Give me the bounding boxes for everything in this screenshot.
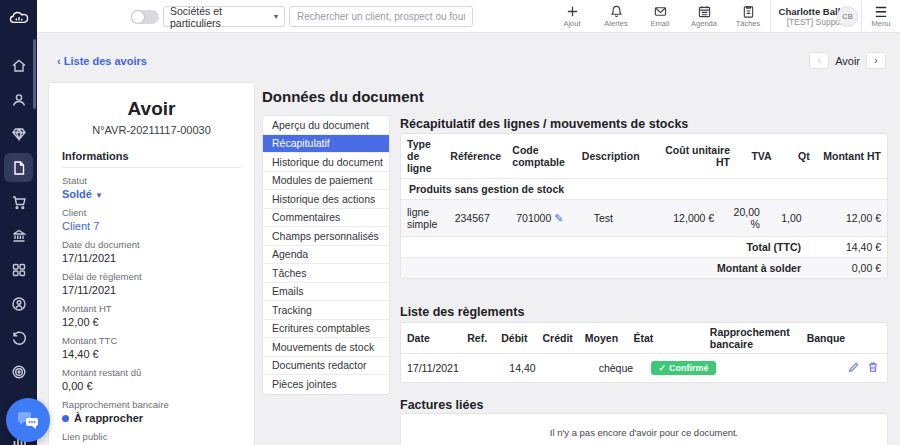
- cell-credit: [548, 365, 593, 371]
- topbar: Sociétés et particuliers ▾ Ajout Alertes…: [0, 0, 900, 33]
- field-value: 14,40 €: [62, 348, 241, 360]
- solde-value: 0,00 €: [807, 258, 887, 278]
- cell-amount: 12,00 €: [808, 208, 887, 228]
- chevron-down-icon: ▾: [274, 12, 278, 21]
- col-cout-unitaire: Coût unitaire HT: [646, 140, 736, 172]
- status-value: Soldé: [62, 188, 92, 200]
- hamburger-icon: ☰: [875, 6, 888, 18]
- sidebar-item-support[interactable]: [4, 289, 33, 318]
- toggle-knob: [132, 11, 144, 23]
- sidebar-item-contacts[interactable]: [4, 85, 33, 114]
- sidebar-item-deals[interactable]: [4, 119, 33, 148]
- pencil-icon: [848, 361, 860, 373]
- field-label: Client: [62, 207, 241, 218]
- sidebar-item-purchases[interactable]: [4, 187, 33, 216]
- field-montant-ttc: Montant TTC 14,40 €: [62, 335, 241, 360]
- nav-item-historique-document[interactable]: Historique du document: [263, 153, 389, 172]
- row-actions: [848, 361, 887, 375]
- cell-banque: [836, 365, 848, 371]
- recap-solde-row: Montant à solder 0,00 €: [401, 258, 887, 278]
- col-banque: Banque: [801, 329, 852, 347]
- reglements-table: Date Ref. Débit Crédit Moyen État Rappro…: [400, 322, 888, 383]
- agenda-button[interactable]: Agenda: [682, 0, 726, 33]
- nav-item-agenda[interactable]: Agenda: [263, 246, 389, 265]
- page-title: Données du document: [262, 88, 424, 105]
- chat-widget-button[interactable]: [6, 398, 50, 442]
- col-reference: Référence: [444, 146, 506, 166]
- search-scope-dropdown[interactable]: Sociétés et particuliers ▾: [163, 6, 285, 27]
- sidebar-item-target[interactable]: [4, 357, 33, 386]
- cell-tva: 20,00 %: [720, 202, 766, 234]
- nav-item-redactor[interactable]: Documents redactor: [263, 357, 389, 376]
- status-badge: ✓ Confirmé: [651, 361, 715, 375]
- home-icon: [11, 58, 27, 74]
- nav-item-mouvements[interactable]: Mouvements de stock: [263, 338, 389, 357]
- cell-etat: ✓ Confirmé: [645, 358, 729, 378]
- field-delai-reglement: Délai de règlement 17/11/2021: [62, 271, 241, 296]
- pager-next-button[interactable]: ›: [866, 52, 886, 69]
- edit-reglement-icon[interactable]: [848, 361, 860, 375]
- field-value: 17/11/2021: [62, 252, 241, 264]
- calendar-icon: [698, 5, 711, 18]
- nav-item-historique-actions[interactable]: Historique des actions: [263, 190, 389, 209]
- document-info-card: Avoir N°AVR-20211117-00030 Informations …: [48, 82, 255, 445]
- sidebar-item-documents[interactable]: [4, 153, 33, 182]
- target-icon: [11, 364, 27, 380]
- add-button[interactable]: Ajout: [550, 0, 594, 33]
- tasks-button[interactable]: Tâches: [726, 0, 770, 33]
- apps-grid-icon: [11, 262, 27, 278]
- avatar-initials: CB: [842, 12, 852, 21]
- nav-item-apercu[interactable]: Aperçu du document: [263, 116, 389, 135]
- bank-icon: [11, 228, 27, 244]
- app-logo[interactable]: [0, 0, 37, 33]
- breadcrumb-back-link[interactable]: ‹ Liste des avoirs: [57, 55, 147, 67]
- nav-item-pieces-jointes[interactable]: Pièces jointes: [263, 375, 389, 394]
- envelope-icon: [654, 5, 667, 18]
- field-value: 12,00 €: [62, 316, 241, 328]
- sidebar-scrollbar[interactable]: [33, 39, 36, 109]
- recap-group-row: Produits sans gestion de stock: [401, 179, 887, 200]
- recap-header-row: Type de ligne Référence Code comptable D…: [401, 134, 887, 179]
- main-menu-button[interactable]: ☰ Menu: [862, 0, 900, 33]
- cloud-stats-icon: [8, 8, 30, 26]
- nav-item-modules-paiement[interactable]: Modules de paiement: [263, 172, 389, 191]
- rapprochement-status: À rapprocher: [74, 412, 143, 424]
- sidebar-item-apps[interactable]: [4, 255, 33, 284]
- sidebar-item-history[interactable]: [4, 323, 33, 352]
- field-date-document: Date du document 17/11/2021: [62, 239, 241, 264]
- person-icon: [11, 92, 27, 108]
- sidebar-item-home[interactable]: [4, 51, 33, 80]
- header-toggle[interactable]: [131, 10, 159, 24]
- trash-icon: [867, 361, 879, 373]
- status-dropdown[interactable]: Soldé ▼: [62, 188, 241, 200]
- edit-code-icon[interactable]: ✎: [554, 212, 563, 225]
- col-type-de-ligne: Type de ligne: [401, 134, 444, 178]
- cell-unit-price: 12,000 €: [619, 208, 720, 228]
- search-input[interactable]: [289, 6, 473, 27]
- action-label: Alertes: [604, 19, 627, 28]
- chevron-left-icon: ‹: [817, 55, 820, 66]
- nav-item-recapitulatif[interactable]: Récapitulatif: [263, 135, 389, 154]
- nav-item-commentaires[interactable]: Commentaires: [263, 209, 389, 228]
- total-label: Total (TTC): [740, 237, 807, 257]
- document-pager: ‹ Avoir ›: [809, 52, 886, 69]
- recap-section-title: Récapitulatif des lignes / mouvements de…: [400, 117, 688, 131]
- factures-section-title: Factures liées: [400, 398, 483, 412]
- nav-item-champs-personnalises[interactable]: Champs personnalisés: [263, 227, 389, 246]
- nav-item-taches[interactable]: Tâches: [263, 264, 389, 283]
- alerts-button[interactable]: Alertes: [594, 0, 638, 33]
- bell-icon: [610, 5, 623, 18]
- email-button[interactable]: Email: [638, 0, 682, 33]
- sidebar-item-bank[interactable]: [4, 221, 33, 250]
- menu-label: Menu: [872, 19, 891, 28]
- badge-label: Confirmé: [669, 363, 709, 373]
- nav-item-emails[interactable]: Emails: [263, 283, 389, 302]
- nav-item-tracking[interactable]: Tracking: [263, 301, 389, 320]
- delete-reglement-icon[interactable]: [867, 361, 879, 375]
- nav-item-ecritures[interactable]: Ecritures comptables: [263, 320, 389, 339]
- client-link[interactable]: Client 7: [62, 220, 241, 232]
- pager-label: Avoir: [835, 55, 860, 67]
- cell-description: Test: [588, 208, 619, 228]
- avatar[interactable]: CB: [837, 6, 858, 27]
- pager-prev-button[interactable]: ‹: [809, 52, 829, 69]
